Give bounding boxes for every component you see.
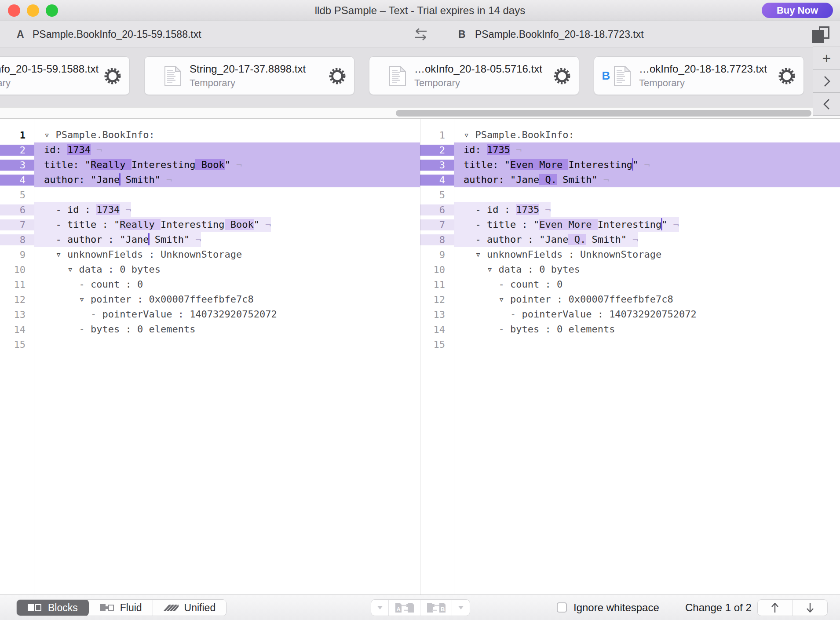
file-b-label: B (458, 21, 466, 47)
diff-line: 7 - title : "Even More Interesting"¬ (420, 217, 432, 232)
diff-line: 14 - bytes : 0 elements (0, 322, 420, 337)
line-number: 4 (0, 175, 34, 186)
file-badge: B (599, 69, 614, 83)
line-number: 15 (420, 339, 454, 350)
line-number: 6 (0, 204, 34, 215)
buy-now-button[interactable]: Buy Now (762, 3, 833, 18)
line-content: ▿ unknownFields : UnknownStorage (454, 247, 840, 262)
file-card[interactable]: A …ookInfo_20-15-59.1588.txtTemporary (0, 56, 130, 95)
diff-pane-b: 1▿ PSample.BookInfo:2id: 1735¬3title: "E… (420, 119, 840, 594)
changed-word: Really (91, 159, 131, 170)
gear-icon (777, 66, 796, 86)
scrollbar-thumb[interactable] (396, 110, 811, 117)
file-strip[interactable]: A …ookInfo_20-15-59.1588.txtTemporary St… (0, 47, 840, 107)
diff-pane-b-rows: 1▿ PSample.BookInfo:2id: 1735¬3title: "E… (420, 119, 840, 352)
line-content: - author : "Jane Q. Smith"¬ (454, 232, 638, 247)
diff-line: 7 - title : "Really Interesting Book"¬ (0, 217, 12, 232)
file-card-title: …okInfo_20-18-05.5716.txt (414, 63, 548, 75)
document-icon (164, 66, 182, 87)
file-strip-side-buttons: + (813, 47, 840, 116)
file-card[interactable]: B …okInfo_20-18-18.7723.txtTemporary (594, 56, 804, 95)
file-a-name: PSample.BookInfo_20-15-59.1588.txt (33, 21, 201, 47)
file-card[interactable]: …okInfo_20-18-05.5716.txtTemporary (369, 56, 579, 95)
line-number: 2 (0, 145, 34, 156)
diff-line: 4author: "Jane Smith"¬ (0, 172, 420, 187)
line-content: - id : 1735¬ (454, 202, 551, 217)
file-options-gear-button[interactable] (552, 66, 572, 86)
newline-marker-icon: ¬ (195, 234, 201, 245)
line-content: author: "Jane Smith"¬ (34, 172, 420, 187)
diff-pane-a-rows: 1▿ PSample.BookInfo:2id: 1734¬3title: "R… (0, 119, 420, 352)
line-content (454, 187, 840, 202)
newline-marker-icon: ¬ (545, 204, 551, 215)
line-number: 2 (420, 145, 454, 156)
copy-b-to-a-button[interactable]: B (420, 600, 452, 616)
changed-word: 1734 (67, 144, 91, 155)
swap-files-icon[interactable] (412, 27, 429, 42)
blocks-view-icon (27, 603, 42, 613)
svg-text:B: B (441, 606, 445, 613)
diff-line: 4author: "Jane Q. Smith"¬ (420, 172, 840, 187)
line-content (34, 187, 420, 202)
gutter-separator-a (34, 119, 34, 594)
line-content: - title : "Really Interesting Book"¬ (34, 217, 271, 232)
line-content: ▿ PSample.BookInfo: (34, 128, 420, 142)
changed-word: Q. (568, 234, 586, 245)
line-number: 3 (420, 160, 454, 171)
previous-file-button[interactable] (813, 93, 840, 116)
file-options-gear-button[interactable] (103, 66, 122, 86)
changed-word: 1734 (96, 204, 120, 215)
next-file-button[interactable] (813, 70, 840, 93)
svg-text:A: A (396, 606, 401, 613)
diff-line: 10 ▿ data : 0 bytes (0, 262, 420, 277)
diff-line: 13 - pointerValue : 140732920752072 (0, 307, 420, 322)
diff-line: 11 - count : 0 (0, 277, 420, 292)
gear-icon (328, 66, 347, 86)
newline-marker-icon: ¬ (603, 174, 609, 185)
line-number: 6 (420, 204, 454, 215)
line-number: 15 (0, 339, 34, 350)
line-number: 14 (0, 324, 34, 335)
diff-line: 12 ▿ pointer : 0x00007ffeefbfe7c8 (0, 292, 420, 307)
line-content: ▿ data : 0 bytes (454, 262, 840, 277)
file-b-name: PSample.BookInfo_20-18-18.7723.txt (475, 21, 644, 47)
line-content: author: "Jane Q. Smith"¬ (454, 172, 840, 187)
line-content: ▿ unknownFields : UnknownStorage (34, 247, 420, 262)
newline-marker-icon: ¬ (166, 174, 172, 185)
line-number: 4 (420, 175, 454, 186)
ignore-whitespace-checkbox[interactable] (557, 602, 567, 613)
line-content (454, 337, 840, 352)
previous-change-button[interactable] (758, 600, 793, 616)
add-file-button[interactable]: + (813, 47, 840, 70)
copy-a-to-b-button[interactable]: A (389, 600, 420, 616)
diff-line: 8 - author : "Jane Smith"¬ (0, 232, 12, 247)
file-card-title: …ookInfo_20-15-59.1588.txt (0, 63, 99, 75)
file-card-title: …okInfo_20-18-18.7723.txt (639, 63, 773, 75)
diff-line: 5 (0, 187, 420, 202)
line-content: - count : 0 (454, 277, 840, 292)
copy-documents-icon[interactable] (812, 26, 829, 43)
diff-line: 13 - pointerValue : 140732920752072 (420, 307, 840, 322)
view-mode-unified[interactable]: Unified (153, 600, 226, 616)
view-mode-label: Fluid (120, 602, 142, 614)
diff-line: 11 - count : 0 (420, 277, 840, 292)
view-mode-blocks[interactable]: Blocks (16, 599, 89, 616)
diff-pane-a: 1▿ PSample.BookInfo:2id: 1734¬3title: "R… (0, 119, 420, 594)
line-number: 5 (0, 190, 34, 201)
newline-marker-icon: ¬ (632, 234, 638, 245)
line-content: - id : 1734¬ (34, 202, 131, 217)
line-number: 14 (420, 324, 454, 335)
file-options-gear-button[interactable] (328, 66, 347, 86)
file-options-gear-button[interactable] (777, 66, 796, 86)
view-mode-fluid[interactable]: Fluid (89, 600, 153, 616)
diff-line: 8 - author : "Jane Q. Smith"¬ (420, 232, 432, 247)
file-strip-scrollbar[interactable] (0, 107, 840, 119)
merge-options-right-button[interactable] (452, 600, 470, 616)
changed-word: Really (120, 219, 161, 230)
newline-marker-icon: ¬ (125, 204, 131, 215)
next-change-button[interactable] (793, 600, 827, 616)
file-card[interactable]: String_20-17-37.8898.txtTemporary (144, 56, 354, 95)
line-number: 13 (420, 309, 454, 320)
merge-options-left-button[interactable] (371, 600, 389, 616)
insertion-caret (632, 158, 633, 171)
